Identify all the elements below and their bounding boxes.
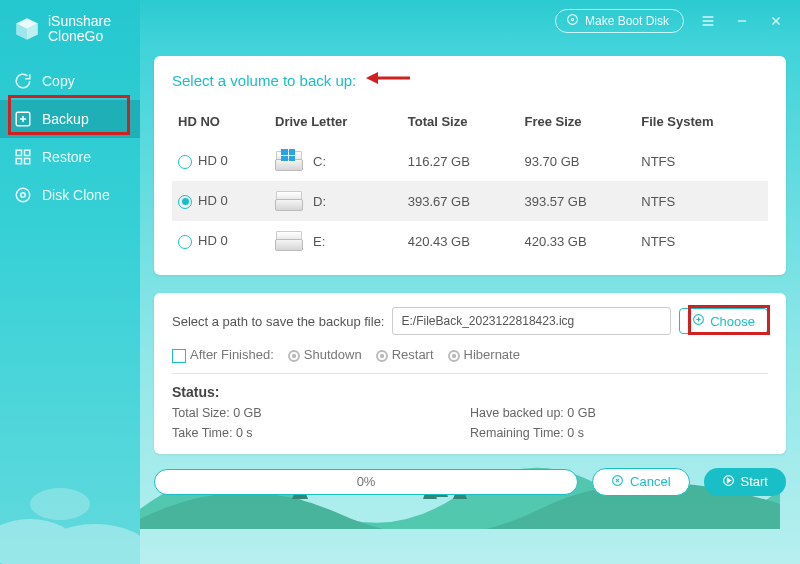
- refresh-icon: [14, 72, 32, 90]
- status-remaining: Remaining Time: 0 s: [470, 426, 768, 440]
- make-boot-disk-button[interactable]: Make Boot Disk: [555, 9, 684, 33]
- bottom-bar: 0% Cancel Start: [154, 468, 786, 496]
- col-file-system: File System: [635, 106, 768, 141]
- close-icon[interactable]: [766, 11, 786, 31]
- status-backed-up: Have backed up: 0 GB: [470, 406, 768, 420]
- drive-icon: [275, 231, 303, 251]
- svg-marker-36: [727, 478, 730, 482]
- progress-bar: 0%: [154, 469, 578, 495]
- sidebar-item-label: Restore: [42, 149, 91, 165]
- status-total-size: Total Size: 0 GB: [172, 406, 470, 420]
- sidebar-item-backup[interactable]: Backup: [0, 100, 140, 138]
- volume-panel: Select a volume to back up: HD NO Drive …: [154, 56, 786, 275]
- table-row[interactable]: HD 0 D: 393.67 GB 393.57 GB NTFS: [172, 181, 768, 221]
- backup-path-input[interactable]: [392, 307, 671, 335]
- cancel-button[interactable]: Cancel: [592, 468, 689, 496]
- sidebar-item-label: Copy: [42, 73, 75, 89]
- svg-rect-7: [25, 150, 30, 155]
- disc-icon: [566, 13, 579, 29]
- table-row[interactable]: HD 0 C: 116.27 GB 93.70 GB NTFS: [172, 141, 768, 181]
- choose-button[interactable]: Choose: [679, 308, 768, 334]
- plus-box-icon: [14, 110, 32, 128]
- disk-icon: [14, 186, 32, 204]
- sidebar-item-copy[interactable]: Copy: [0, 62, 140, 100]
- path-label: Select a path to save the backup file:: [172, 314, 384, 329]
- sidebar-item-label: Disk Clone: [42, 187, 110, 203]
- logo-icon: [14, 16, 40, 42]
- svg-rect-9: [25, 159, 30, 164]
- after-finished-checkbox[interactable]: After Finished:: [172, 347, 274, 363]
- app-name: iSunshare CloneGo: [48, 14, 111, 44]
- sidebar-item-disk-clone[interactable]: Disk Clone: [0, 176, 140, 214]
- titlebar: Make Boot Disk: [140, 0, 800, 42]
- cancel-circle-icon: [611, 474, 624, 490]
- start-button[interactable]: Start: [704, 468, 786, 496]
- svg-point-15: [568, 15, 578, 25]
- radio-icon[interactable]: [178, 195, 192, 209]
- svg-point-14: [30, 488, 90, 520]
- annotation-arrow-icon: [366, 70, 410, 90]
- col-free-size: Free Size: [519, 106, 636, 141]
- status-take-time: Take Time: 0 s: [172, 426, 470, 440]
- sidebar-item-label: Backup: [42, 111, 89, 127]
- col-total-size: Total Size: [402, 106, 519, 141]
- svg-point-16: [571, 18, 573, 20]
- svg-rect-6: [16, 150, 21, 155]
- select-volume-prompt: Select a volume to back up:: [172, 72, 356, 89]
- svg-rect-8: [16, 159, 21, 164]
- svg-point-11: [21, 193, 26, 198]
- plus-circle-icon: [692, 313, 705, 329]
- svg-point-10: [16, 188, 30, 202]
- sidebar-item-restore[interactable]: Restore: [0, 138, 140, 176]
- after-option-hibernate[interactable]: Hibernate: [448, 347, 520, 362]
- after-option-restart[interactable]: Restart: [376, 347, 434, 362]
- radio-icon[interactable]: [178, 155, 192, 169]
- cloud-decoration: [0, 444, 140, 564]
- col-hdno: HD NO: [172, 106, 269, 141]
- grid-icon: [14, 148, 32, 166]
- status-grid: Total Size: 0 GB Have backed up: 0 GB Ta…: [172, 406, 768, 440]
- drive-icon: [275, 191, 303, 211]
- radio-icon[interactable]: [178, 235, 192, 249]
- after-option-shutdown[interactable]: Shutdown: [288, 347, 362, 362]
- windows-flag-icon: [281, 149, 295, 161]
- play-circle-icon: [722, 474, 735, 490]
- app-window: iSunshare CloneGo Copy Backup Restore: [0, 0, 800, 564]
- svg-marker-28: [366, 72, 378, 84]
- app-logo: iSunshare CloneGo: [0, 0, 140, 62]
- menu-icon[interactable]: [698, 11, 718, 31]
- main-area: Select a volume to back up: HD NO Drive …: [140, 42, 800, 564]
- after-finished-row: After Finished: Shutdown Restart Hiberna…: [172, 347, 768, 374]
- table-row[interactable]: HD 0 E: 420.43 GB 420.33 GB NTFS: [172, 221, 768, 261]
- status-title: Status:: [172, 384, 768, 400]
- volume-table: HD NO Drive Letter Total Size Free Size …: [172, 106, 768, 261]
- sidebar: iSunshare CloneGo Copy Backup Restore: [0, 0, 140, 564]
- minimize-icon[interactable]: [732, 11, 752, 31]
- backup-settings-panel: Select a path to save the backup file: C…: [154, 293, 786, 454]
- progress-text: 0%: [357, 474, 376, 489]
- drive-icon: [275, 151, 303, 171]
- col-drive-letter: Drive Letter: [269, 106, 402, 141]
